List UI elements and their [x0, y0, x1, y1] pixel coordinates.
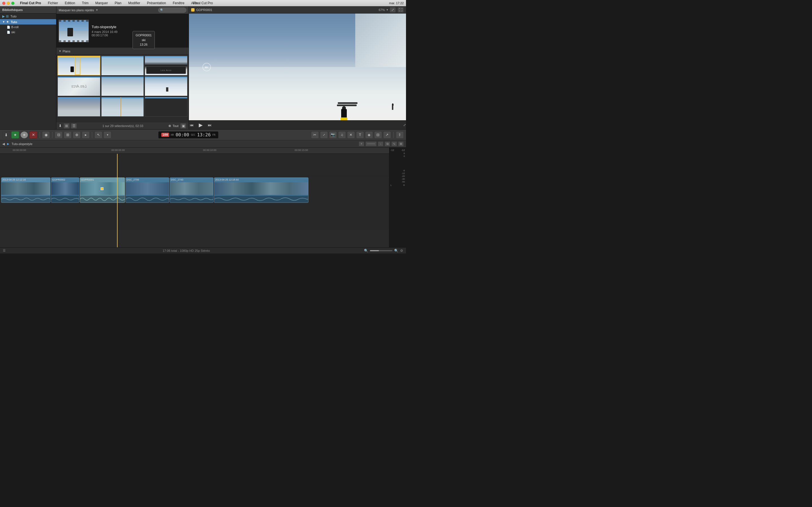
- plan-thumb-8[interactable]: [101, 97, 144, 117]
- audio-btn[interactable]: ♫: [338, 131, 346, 138]
- share-btn[interactable]: ↗: [383, 131, 391, 138]
- audio-wave-6: [214, 196, 308, 203]
- reject-btn[interactable]: ✕: [29, 131, 37, 138]
- plan-thumb-7[interactable]: [57, 97, 100, 117]
- timeline-clip-5[interactable]: DSC_2743: [170, 177, 213, 203]
- zoom-slider[interactable]: ────: [365, 142, 377, 147]
- zoom-dropdown-icon[interactable]: ▾: [387, 8, 388, 11]
- expand-icon[interactable]: ⤢: [403, 123, 406, 127]
- timeline-clip-6[interactable]: 2013-04-25 12:18:44: [214, 177, 308, 203]
- skier-pants: [341, 117, 347, 120]
- filmstrip-bottom: [59, 40, 89, 42]
- zoom-in-btn[interactable]: +: [359, 142, 364, 147]
- connect-btn[interactable]: ⊞: [64, 131, 71, 138]
- plan-thumb-5[interactable]: [101, 76, 144, 96]
- minimize-button[interactable]: [7, 2, 10, 5]
- playhead[interactable]: [117, 154, 117, 247]
- select-tool-btn[interactable]: ↖: [94, 131, 102, 138]
- timeline-body: 00:00:00:00 00:00:05:00 00:00:10:00 00:0…: [0, 148, 406, 247]
- zoom-slider-bar[interactable]: [370, 250, 393, 251]
- timeline-clip-1[interactable]: 2013-04-25 12:12:16: [1, 177, 50, 203]
- plan-thumb-1[interactable]: [57, 56, 100, 75]
- plan-thumb-6[interactable]: [145, 76, 188, 96]
- snapshot-btn[interactable]: 📷: [329, 131, 337, 138]
- share-btn2[interactable]: ⇧: [396, 131, 404, 138]
- neutral-btn[interactable]: ★: [20, 131, 28, 138]
- inspector-btn[interactable]: ⊟: [374, 131, 382, 138]
- plan-thumb-2[interactable]: [101, 56, 144, 75]
- sidebar-item-broll[interactable]: 📄 B-roll: [0, 24, 56, 30]
- menu-fichier[interactable]: Fichier: [47, 1, 59, 6]
- timeline-clip-4[interactable]: DSC_2799: [125, 177, 169, 203]
- plan-thumb-9[interactable]: [145, 97, 188, 117]
- clip-audio-6: [214, 196, 308, 203]
- plan-bar-3: [145, 56, 187, 57]
- tooltip-type: ski: [136, 38, 152, 43]
- skier-ski2: [338, 102, 357, 104]
- thumb-figure: [67, 28, 73, 36]
- zoom-minus-btn[interactable]: 🔍: [364, 249, 368, 252]
- go-to-end-btn[interactable]: ⏭: [207, 123, 213, 127]
- transform-btn[interactable]: ⤢: [320, 131, 328, 138]
- sidebar-item-ski[interactable]: 📄 ski: [0, 30, 56, 35]
- zoom-plus-btn[interactable]: 🔍: [394, 249, 398, 252]
- settings-btn[interactable]: ⚙: [400, 249, 403, 252]
- tout-label[interactable]: Tout: [172, 124, 179, 128]
- timeline-clip-3[interactable]: GOPR0001: [80, 177, 125, 203]
- meter-mark-0: 0: [391, 155, 405, 158]
- sidebar-broll-label: B-roll: [11, 25, 18, 29]
- app-container: Bibliothèques ▶ ⊞ Tuto ▼ ★ Tuto 📄 B-roll…: [0, 6, 406, 253]
- viewer-fit-btn[interactable]: ⤢: [390, 7, 396, 13]
- favorite-btn[interactable]: ★: [11, 131, 19, 138]
- menu-fenetre[interactable]: Fenêtre: [172, 1, 186, 6]
- zoom-button[interactable]: [11, 2, 14, 5]
- overwrite-btn[interactable]: ⊟: [55, 131, 63, 138]
- zoom-out-btn[interactable]: -: [378, 142, 384, 147]
- tooltip-duration: 13:26: [136, 42, 152, 47]
- skier-ski1: [337, 105, 357, 106]
- menu-presentation[interactable]: Présentation: [146, 1, 167, 6]
- menu-modifier[interactable]: Modifier: [127, 1, 142, 6]
- viewer-fullscreen-btn[interactable]: ⛶: [398, 7, 404, 13]
- sidebar-item-event-tuto[interactable]: ▼ ★ Tuto: [0, 19, 56, 24]
- plan-thumb-3[interactable]: Les Arcs: [145, 56, 188, 75]
- trim-tool-btn[interactable]: ▾: [103, 131, 111, 138]
- plans-header[interactable]: ▼ Plans: [56, 48, 189, 55]
- viewer-skip-btn[interactable]: ⏭: [202, 63, 211, 71]
- filter-dot: [168, 125, 171, 127]
- clip-appearance-btn[interactable]: ▣: [180, 123, 186, 129]
- viewer-panel: GOPR0001 67% ▾ ⤢ ⛶: [189, 6, 406, 129]
- menu-finalcutpro[interactable]: Final Cut Pro: [19, 1, 42, 6]
- menu-plan[interactable]: Plan: [114, 1, 123, 6]
- status-list-btn[interactable]: ☰: [3, 249, 6, 252]
- insert-btn[interactable]: ⊕: [73, 131, 81, 138]
- list-view-btn[interactable]: ☰: [71, 123, 77, 129]
- match-frame-btn[interactable]: ◉: [42, 131, 50, 138]
- play-btn[interactable]: ▶: [198, 122, 204, 128]
- menu-trim[interactable]: Trim: [81, 1, 90, 6]
- blade-btn[interactable]: ✂: [311, 131, 319, 138]
- go-to-start-btn[interactable]: ⏮: [189, 123, 195, 127]
- menu-marquer[interactable]: Marquer: [94, 1, 109, 6]
- sidebar-item-library-tuto[interactable]: ▶ ⊞ Tuto: [0, 13, 56, 19]
- import-icon[interactable]: ⬇: [59, 124, 62, 128]
- text-btn[interactable]: T: [356, 131, 364, 138]
- plan-thumb-4[interactable]: Les Arcs: [57, 76, 100, 96]
- crop-btn[interactable]: ✕: [347, 131, 355, 138]
- snapping-btn[interactable]: ⊞: [398, 142, 404, 147]
- right-tools: ✂ ⤢ 📷 ♫ ✕ T ◈ ⊟ ↗ ⇧: [311, 131, 404, 138]
- meter-top-labels: -12 -12: [391, 149, 405, 152]
- color-btn[interactable]: ◈: [365, 131, 373, 138]
- viewer-content: ⏭: [189, 13, 406, 120]
- waveform-btn[interactable]: ∿: [391, 142, 397, 147]
- clip-height-btn[interactable]: ⧉: [385, 142, 390, 147]
- timeline-clip-2[interactable]: GOPR0002: [51, 177, 79, 203]
- menu-edition[interactable]: Edition: [64, 1, 77, 6]
- append-btn[interactable]: ▸: [82, 131, 90, 138]
- close-button[interactable]: [2, 2, 5, 5]
- menubar-right: mar. 17:22: [389, 1, 404, 5]
- timeline-back-icon[interactable]: ◀: [2, 142, 5, 146]
- import-btn[interactable]: ⬇: [2, 131, 10, 138]
- clip-label-5: DSC_2743: [171, 178, 183, 181]
- filmstrip-view-btn[interactable]: ⊞: [63, 123, 70, 129]
